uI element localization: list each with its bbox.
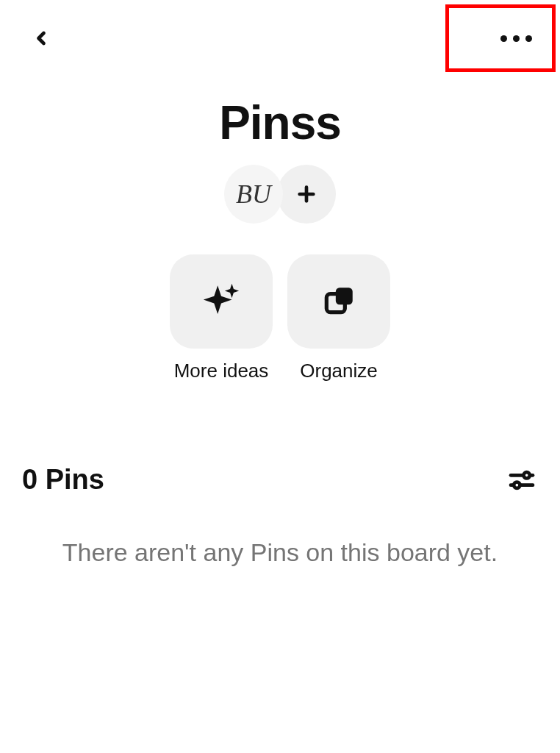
board-title: Pinss (0, 96, 560, 150)
sparkle-icon (200, 280, 243, 323)
organize-icon (320, 283, 357, 320)
organize-button[interactable] (287, 254, 390, 349)
organize-label: Organize (300, 359, 378, 383)
more-options-button[interactable] (494, 24, 538, 53)
pins-count: 0 Pins (22, 464, 104, 496)
svg-point-7 (514, 482, 520, 488)
empty-state-message: There aren't any Pins on this board yet. (0, 536, 560, 570)
pins-header-row: 0 Pins (0, 464, 560, 496)
more-dots-icon (500, 35, 507, 42)
user-avatar[interactable]: BU (224, 165, 283, 224)
filter-button[interactable] (506, 464, 538, 496)
back-button[interactable] (26, 24, 56, 53)
chevron-left-icon (31, 28, 51, 49)
more-ideas-label: More ideas (174, 359, 269, 383)
more-ideas-item: More ideas (170, 254, 273, 383)
filter-icon (507, 465, 536, 495)
plus-icon (295, 182, 318, 206)
svg-point-5 (524, 472, 530, 478)
organize-item: Organize (287, 254, 390, 383)
avatar-initials: BU (236, 179, 271, 210)
add-collaborator-button[interactable] (277, 165, 336, 224)
svg-rect-3 (336, 288, 353, 304)
more-ideas-button[interactable] (170, 254, 273, 349)
collaborators-row: BU (0, 165, 560, 224)
board-actions-row: More ideas Organize (0, 254, 560, 383)
